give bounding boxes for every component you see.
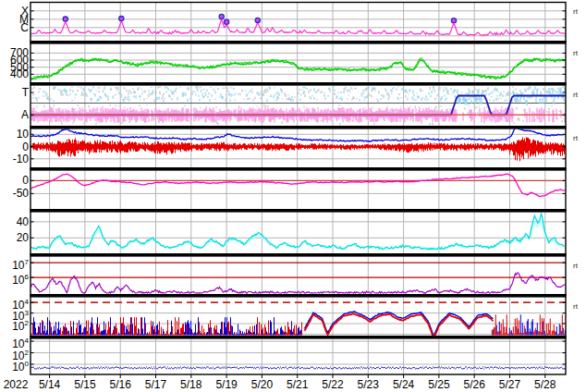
chart-canvas: [0, 0, 586, 392]
realtime-indicator-label: rt: [573, 262, 578, 270]
panel-separator: [31, 167, 567, 171]
flare-event-marker: [255, 18, 260, 22]
flare-event-marker: [119, 17, 124, 21]
y-axis-tick-label: C: [0, 21, 29, 34]
panel-separator: [31, 294, 567, 298]
x-axis-tick-label: 5/20: [243, 378, 280, 391]
panel-separator: [31, 336, 567, 339]
panel-separator: [31, 209, 567, 213]
y-axis-tick-label: 40: [0, 215, 29, 228]
y-axis-tick-label: 107: [0, 256, 29, 272]
y-axis-tick-label: A: [0, 108, 29, 121]
y-axis-tick-label: 10: [0, 128, 29, 141]
x-axis-tick-label: 5/14: [31, 378, 68, 391]
y-axis-tick-label: T: [0, 86, 29, 99]
x-axis-tick-label: 5/28: [527, 378, 564, 391]
x-axis-year-label: 2022: [0, 378, 31, 391]
solar-geophysical-activity-plot: XMC700600500400TA100-100-504020107106104…: [0, 0, 586, 392]
y-axis-tick-label: 106: [0, 271, 29, 287]
y-axis-tick-label: 20: [0, 231, 29, 244]
x-axis-tick-label: 5/21: [279, 378, 316, 391]
realtime-indicator-label: rt: [573, 7, 578, 16]
x-axis-tick-label: 5/17: [138, 378, 175, 391]
x-axis-tick-label: 5/25: [421, 378, 458, 391]
x-axis-tick-label: 5/26: [456, 378, 493, 391]
realtime-indicator-label: rt: [573, 134, 578, 142]
x-axis-tick-label: 5/16: [102, 378, 139, 391]
y-axis-tick-label: 400: [0, 67, 29, 80]
y-axis-tick-label: 102: [0, 317, 29, 333]
realtime-indicator-label: rt: [573, 49, 578, 57]
flare-event-marker: [63, 17, 67, 21]
realtime-indicator-label: rt: [573, 91, 578, 99]
x-axis-tick-label: 5/27: [492, 378, 529, 391]
x-axis-tick-label: 5/24: [385, 378, 422, 391]
x-axis-tick-label: 5/18: [173, 378, 210, 391]
x-axis-tick-label: 5/15: [67, 378, 104, 391]
panel-separator: [31, 126, 567, 129]
y-axis-tick-label: 100: [0, 358, 29, 374]
realtime-indicator-label: rt: [573, 302, 578, 311]
x-axis-tick-label: 5/19: [208, 378, 245, 391]
flare-event-marker: [451, 18, 456, 23]
y-axis-tick-label: -50: [0, 187, 29, 200]
panel-separator: [31, 82, 567, 86]
y-axis-tick-label: -10: [0, 153, 29, 165]
flare-event-marker: [219, 14, 224, 18]
panel-separator: [31, 41, 567, 44]
x-axis-tick-label: 5/23: [349, 378, 386, 391]
y-axis-tick-label: 0: [0, 141, 29, 153]
flare-event-marker: [225, 19, 229, 24]
x-axis-tick-label: 5/22: [314, 378, 351, 391]
panel-separator: [31, 253, 567, 257]
y-axis-tick-label: 0: [0, 174, 29, 187]
